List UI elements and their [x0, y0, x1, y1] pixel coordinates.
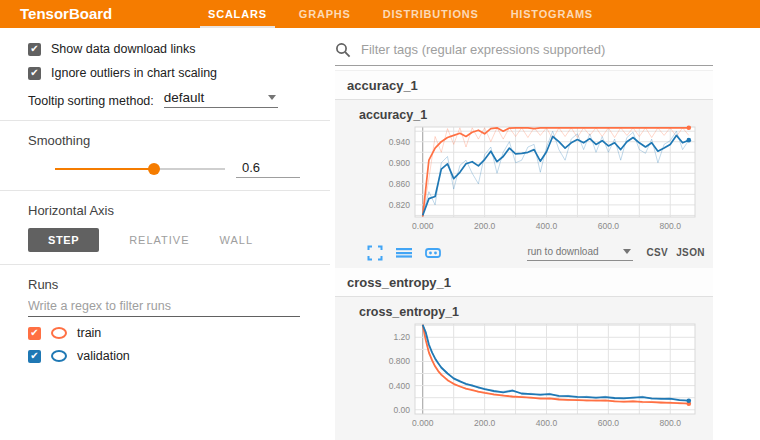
- axis-relative-button[interactable]: RELATIVE: [129, 228, 189, 252]
- chart-title: cross_entropy_1: [359, 305, 713, 319]
- tooltip-sorting-value: default: [164, 90, 205, 105]
- ignore-outliers-label: Ignore outliers in chart scaling: [51, 66, 217, 80]
- fit-domain-icon[interactable]: [425, 245, 441, 261]
- svg-text:400.0: 400.0: [536, 418, 558, 428]
- run-to-download-label: run to download: [527, 246, 598, 257]
- svg-text:0.800: 0.800: [389, 356, 411, 366]
- chart-title: accuracy_1: [359, 108, 713, 122]
- axis-wall-button[interactable]: WALL: [220, 228, 254, 252]
- ignore-outliers-row: ✔ Ignore outliers in chart scaling: [28, 66, 300, 80]
- svg-text:200.0: 200.0: [474, 221, 496, 231]
- csv-download-link[interactable]: CSV: [646, 247, 668, 258]
- chart-footer: run to download CSV JSON: [367, 244, 705, 261]
- tab-histograms[interactable]: HISTOGRAMS: [511, 0, 593, 28]
- run-row-train: ✔ train: [28, 326, 300, 340]
- app-logo: TensorBoard: [20, 0, 112, 28]
- chart-card-cross-entropy: cross_entropy_1 0.000.4000.8001.200.0002…: [335, 297, 713, 440]
- run-validation-label: validation: [77, 349, 130, 363]
- chevron-down-icon: [268, 95, 276, 100]
- accuracy-line-chart[interactable]: 0.8200.8600.9000.9400.000200.0400.0600.0…: [371, 124, 701, 242]
- sidebar-divider: [0, 264, 330, 265]
- run-validation-color-swatch: [51, 350, 67, 362]
- app-header: TensorBoard SCALARS GRAPHS DISTRIBUTIONS…: [0, 0, 760, 28]
- svg-text:0.00: 0.00: [393, 405, 410, 415]
- show-download-links-row: ✔ Show data download links: [28, 42, 300, 56]
- svg-text:600.0: 600.0: [598, 418, 620, 428]
- top-nav-tabs: SCALARS GRAPHS DISTRIBUTIONS HISTOGRAMS: [208, 0, 593, 28]
- svg-text:0.000: 0.000: [412, 418, 434, 428]
- smoothing-slider-thumb[interactable]: [148, 163, 160, 175]
- smoothing-slider-fill: [55, 168, 154, 170]
- json-download-link[interactable]: JSON: [676, 247, 705, 258]
- svg-text:600.0: 600.0: [598, 221, 620, 231]
- log-scale-icon[interactable]: [396, 245, 412, 261]
- svg-text:0.820: 0.820: [389, 200, 411, 210]
- run-row-validation: ✔ validation: [28, 349, 300, 363]
- svg-text:0.900: 0.900: [389, 158, 411, 168]
- svg-text:0.000: 0.000: [412, 221, 434, 231]
- run-validation-checkbox[interactable]: ✔: [28, 350, 41, 363]
- settings-sidebar: ✔ Show data download links ✔ Ignore outl…: [0, 28, 330, 440]
- smoothing-value-field[interactable]: 0.6: [236, 160, 300, 178]
- run-train-checkbox[interactable]: ✔: [28, 327, 41, 340]
- svg-text:800.0: 800.0: [660, 221, 682, 231]
- tag-group-header-cross-entropy[interactable]: cross_entropy_1: [335, 268, 713, 297]
- search-icon: [335, 42, 351, 58]
- cross-entropy-line-chart[interactable]: 0.000.4000.8001.200.000200.0400.0600.080…: [371, 321, 701, 439]
- svg-text:0.940: 0.940: [389, 137, 411, 147]
- axis-step-button[interactable]: STEP: [28, 228, 99, 252]
- svg-text:800.0: 800.0: [660, 418, 682, 428]
- show-download-links-label: Show data download links: [51, 42, 196, 56]
- chart-card-accuracy: accuracy_1 0.8200.8600.9000.9400.000200.…: [335, 100, 713, 268]
- svg-text:0.860: 0.860: [389, 179, 411, 189]
- tag-group-header-accuracy[interactable]: accuracy_1: [335, 70, 713, 100]
- horizontal-axis-label: Horizontal Axis: [28, 203, 300, 218]
- tab-graphs[interactable]: GRAPHS: [299, 0, 351, 28]
- run-train-color-swatch: [51, 327, 67, 339]
- sidebar-divider: [0, 120, 330, 121]
- run-to-download-dropdown[interactable]: run to download: [527, 244, 633, 261]
- svg-text:400.0: 400.0: [536, 221, 558, 231]
- svg-text:200.0: 200.0: [474, 418, 496, 428]
- dashboard-main: accuracy_1 accuracy_1 0.8200.8600.9000.9…: [330, 28, 760, 440]
- tab-distributions[interactable]: DISTRIBUTIONS: [383, 0, 479, 28]
- svg-text:0.400: 0.400: [389, 381, 411, 391]
- smoothing-label: Smoothing: [28, 133, 300, 148]
- tooltip-sorting-label: Tooltip sorting method:: [28, 94, 154, 108]
- run-train-label: train: [77, 326, 101, 340]
- runs-regex-input[interactable]: [28, 294, 300, 317]
- smoothing-slider[interactable]: [55, 168, 225, 170]
- runs-title: Runs: [28, 277, 300, 292]
- show-download-links-checkbox[interactable]: ✔: [28, 43, 41, 56]
- filter-tags-row: [335, 28, 713, 66]
- svg-text:1.20: 1.20: [393, 332, 410, 342]
- chevron-down-icon: [623, 249, 631, 254]
- tab-scalars[interactable]: SCALARS: [208, 0, 267, 28]
- filter-tags-input[interactable]: [359, 41, 713, 58]
- tooltip-sorting-dropdown[interactable]: default: [164, 90, 278, 108]
- expand-chart-icon[interactable]: [367, 245, 383, 261]
- ignore-outliers-checkbox[interactable]: ✔: [28, 67, 41, 80]
- sidebar-divider: [0, 190, 330, 191]
